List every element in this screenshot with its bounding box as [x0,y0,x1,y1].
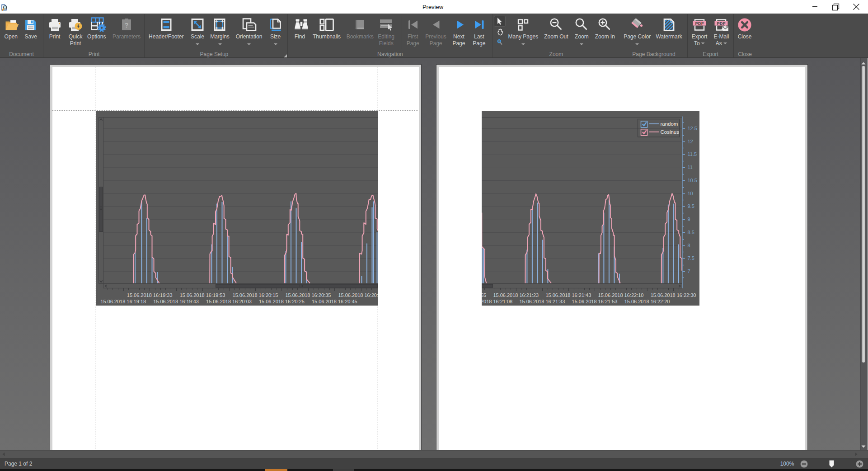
svg-text:15.06.2018 16:21:33: 15.06.2018 16:21:33 [520,299,565,304]
svg-text:9: 9 [688,217,690,222]
svg-text:?: ? [125,22,128,29]
svg-text:10.5: 10.5 [688,178,697,183]
svg-text:15.06.2018 16:20:15: 15.06.2018 16:20:15 [232,292,278,298]
svg-text:15.06.2018 16:19:18: 15.06.2018 16:19:18 [100,299,146,304]
svg-text:15.06.2018 16:22:20: 15.06.2018 16:22:20 [624,299,670,304]
svg-text:15.06.2018 16:21:43: 15.06.2018 16:21:43 [546,292,591,298]
svg-text:15.06.2018 16:20:25: 15.06.2018 16:20:25 [258,299,304,304]
svg-text:15.06.2018 16:19:33: 15.06.2018 16:19:33 [127,292,172,298]
svg-text:7.5: 7.5 [688,255,694,261]
svg-text:12.5: 12.5 [688,126,697,131]
svg-text:15.06.2018 16:19:43: 15.06.2018 16:19:43 [153,299,199,304]
svg-text:PDF: PDF [717,21,726,26]
svg-text:Cosinus: Cosinus [661,129,680,135]
svg-text:11.5: 11.5 [688,151,697,157]
svg-text:7: 7 [688,268,690,274]
svg-text:PDF: PDF [695,21,704,26]
svg-text:12: 12 [688,139,693,144]
svg-text:15.06.2018 16:20:35: 15.06.2018 16:20:35 [285,292,331,298]
svg-text:15.06.2018 16:20:03: 15.06.2018 16:20:03 [206,299,252,304]
svg-text:15.06.2018 16:20:45: 15.06.2018 16:20:45 [311,299,357,304]
svg-text:10: 10 [688,191,693,196]
svg-text:15.06.2018 16:20:55: 15.06.2018 16:20:55 [482,292,486,298]
svg-text:11: 11 [688,165,693,170]
svg-text:8.5: 8.5 [688,230,694,235]
svg-text:15.06.2018 16:21:53: 15.06.2018 16:21:53 [572,299,618,304]
svg-text:random: random [661,121,678,127]
svg-text:15.06.2018 16:21:08: 15.06.2018 16:21:08 [482,299,512,304]
svg-text:15.06.2018 16:22:30: 15.06.2018 16:22:30 [651,292,696,298]
svg-text:15.06.2018 16:22:10: 15.06.2018 16:22:10 [598,292,644,298]
svg-text:8: 8 [688,243,690,248]
svg-text:15.06.2018 16:19:53: 15.06.2018 16:19:53 [179,292,225,298]
svg-text:9.5: 9.5 [688,203,694,209]
svg-text:15.06.2018 16:21:23: 15.06.2018 16:21:23 [493,292,539,298]
svg-text:15.06.2018 16:20:55: 15.06.2018 16:20:55 [338,292,378,298]
